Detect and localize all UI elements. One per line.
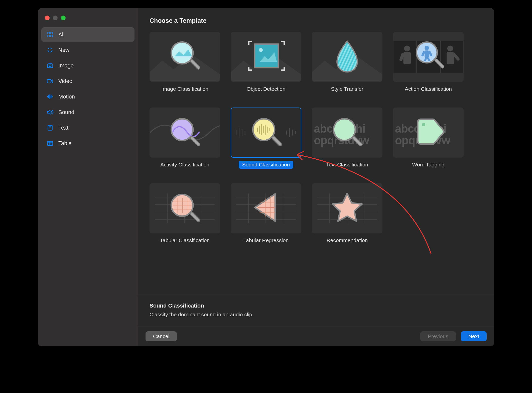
action-classification-icon <box>393 32 463 82</box>
template-activity-classification[interactable]: Activity Classification <box>150 108 220 169</box>
sidebar-item-video[interactable]: Video <box>41 74 135 88</box>
template-thumb <box>231 108 301 158</box>
svg-point-37 <box>404 46 410 52</box>
svg-rect-93 <box>190 212 200 222</box>
svg-point-74 <box>334 119 355 141</box>
main-panel: Choose a Template Image Classification <box>138 8 494 346</box>
template-thumb <box>231 183 301 233</box>
sidebar-item-label: Video <box>58 78 72 84</box>
template-label: Tabular Classification <box>157 236 213 244</box>
sidebar-item-table[interactable]: Table <box>41 136 135 151</box>
previous-button: Previous <box>420 331 456 341</box>
svg-rect-44 <box>440 41 441 73</box>
svg-rect-43 <box>416 41 417 73</box>
minimize-window-button[interactable] <box>53 16 58 20</box>
zoom-window-button[interactable] <box>61 16 66 20</box>
sidebar-item-text[interactable]: Text <box>41 121 135 135</box>
sidebar-item-sound[interactable]: Sound <box>41 105 135 120</box>
template-recommendation[interactable]: Recommendation <box>312 183 382 244</box>
sparkle-icon <box>46 46 54 54</box>
waveform-icon <box>46 93 54 101</box>
camera-icon <box>46 62 54 69</box>
text-icon <box>46 124 54 132</box>
template-thumb <box>312 32 382 82</box>
sidebar-item-all[interactable]: All <box>41 27 135 42</box>
svg-rect-41 <box>447 52 454 64</box>
template-thumb <box>150 183 220 233</box>
page-title: Choose a Template <box>138 8 494 29</box>
tabular-regression-icon <box>231 183 301 233</box>
template-label: Text Classification <box>323 161 372 169</box>
word-tagging-icon: abcdefghi opqrstuvw <box>393 108 463 158</box>
template-thumb: abcdefghi opqrstuvw <box>312 108 382 158</box>
svg-rect-47 <box>425 50 429 57</box>
svg-line-10 <box>48 51 49 52</box>
sidebar: All New Image Video <box>38 8 138 346</box>
template-thumb <box>393 32 464 82</box>
template-label: Image Classification <box>158 85 212 93</box>
svg-rect-2 <box>48 35 50 37</box>
svg-rect-71 <box>271 136 282 147</box>
svg-point-12 <box>49 65 51 67</box>
svg-rect-25 <box>48 141 53 145</box>
template-thumb <box>150 32 220 82</box>
sidebar-item-label: Text <box>58 125 68 131</box>
cancel-button[interactable]: Cancel <box>146 331 177 341</box>
template-chooser-window: All New Image Video <box>38 8 494 346</box>
template-label: Action Classification <box>401 85 455 93</box>
image-classification-icon <box>150 32 220 82</box>
svg-point-63 <box>253 119 275 141</box>
template-tabular-classification[interactable]: Tabular Classification <box>150 183 220 244</box>
template-style-transfer[interactable]: Style Transfer <box>312 32 382 93</box>
svg-point-46 <box>425 46 429 50</box>
templates-grid: Image Classification O <box>138 29 494 249</box>
close-window-button[interactable] <box>45 16 50 20</box>
sidebar-item-label: Motion <box>58 93 75 100</box>
recommendation-icon <box>312 183 382 233</box>
svg-rect-0 <box>48 32 50 34</box>
window-controls <box>38 13 138 27</box>
activity-classification-icon <box>150 108 220 158</box>
template-action-classification[interactable]: Action Classification <box>393 32 464 93</box>
template-label: Tabular Regression <box>240 236 292 244</box>
next-button[interactable]: Next <box>461 331 487 341</box>
template-thumb: abcdefghi opqrstuvw <box>393 108 464 158</box>
template-thumb <box>231 32 301 82</box>
template-label: Word Tagging <box>409 161 448 169</box>
speaker-icon <box>46 109 54 116</box>
sidebar-item-motion[interactable]: Motion <box>41 89 135 104</box>
sidebar-item-label: All <box>58 31 64 38</box>
svg-line-8 <box>48 48 49 49</box>
svg-rect-1 <box>51 32 53 34</box>
template-text-classification[interactable]: abcdefghi opqrstuvw Text Classification <box>312 108 382 169</box>
svg-line-9 <box>51 51 52 52</box>
grid-icon <box>46 31 54 38</box>
template-label: Activity Classification <box>157 161 213 169</box>
template-label: Object Detection <box>243 85 289 93</box>
sidebar-item-label: New <box>58 47 69 53</box>
svg-point-40 <box>447 46 453 52</box>
template-image-classification[interactable]: Image Classification <box>150 32 220 93</box>
description-title: Sound Classification <box>150 303 483 309</box>
svg-point-78 <box>422 123 425 127</box>
sidebar-item-label: Image <box>58 62 74 69</box>
svg-point-33 <box>259 48 263 52</box>
svg-rect-13 <box>47 79 51 83</box>
svg-rect-54 <box>190 136 200 147</box>
template-sound-classification[interactable]: Sound Classification <box>231 108 301 169</box>
template-label: Sound Classification <box>239 161 293 169</box>
sidebar-item-image[interactable]: Image <box>41 58 135 73</box>
template-thumb <box>150 108 220 158</box>
svg-point-86 <box>171 194 193 216</box>
sidebar-item-new[interactable]: New <box>41 43 135 57</box>
template-object-detection[interactable]: Object Detection <box>231 32 301 93</box>
template-word-tagging[interactable]: abcdefghi opqrstuvw Word Tagging <box>393 108 464 169</box>
sound-classification-icon <box>231 108 301 158</box>
tabular-classification-icon <box>150 183 220 233</box>
template-tabular-regression[interactable]: Tabular Regression <box>231 183 301 244</box>
style-transfer-icon <box>312 32 382 82</box>
template-thumb <box>312 183 382 233</box>
template-label: Style Transfer <box>327 85 367 93</box>
description-panel: Sound Classification Classify the domina… <box>138 295 494 326</box>
table-icon <box>46 140 54 147</box>
